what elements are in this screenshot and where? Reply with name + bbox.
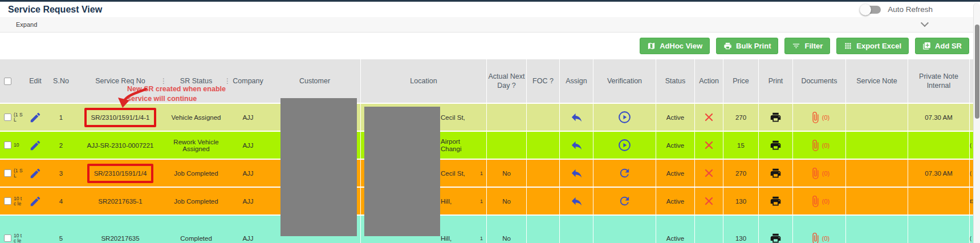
grid-icon	[844, 42, 852, 50]
cancel-x-icon[interactable]	[704, 196, 714, 206]
cell-company: AJJ	[227, 216, 269, 243]
cell-sr-status: Vehicle Assigned	[165, 104, 227, 131]
cell-actual-next-day: No	[486, 160, 526, 187]
expand-bar[interactable]: Expand	[0, 17, 980, 33]
column-menu-icon[interactable]: ⋮	[224, 77, 231, 85]
cell-price: 270	[723, 160, 758, 187]
redaction-overlay	[364, 107, 440, 236]
cancel-x-icon[interactable]	[704, 112, 714, 123]
service-req-no-value: SR20217635	[101, 235, 139, 242]
cell-edit	[24, 188, 47, 214]
export-excel-button[interactable]: Export Excel	[836, 38, 909, 54]
cell-select: (1 S L	[0, 160, 24, 187]
cell-foc	[526, 132, 559, 159]
bulk-print-button[interactable]: Bulk Print	[716, 38, 778, 54]
cell-action	[694, 188, 723, 214]
play-circle-icon[interactable]	[617, 138, 632, 152]
vertical-scrollbar[interactable]	[973, 3, 980, 243]
cell-sno: 3	[47, 160, 75, 187]
cancel-x-icon[interactable]	[704, 168, 714, 179]
cell-sno: 2	[47, 132, 75, 159]
row-checkbox[interactable]	[4, 141, 11, 149]
cell-actual-next-day: No	[486, 188, 526, 214]
cell-assign	[559, 216, 593, 243]
cell-private-note-internal	[908, 188, 969, 214]
cell-select: 10 tc le	[0, 188, 24, 214]
filter-button[interactable]: Filter	[784, 38, 830, 54]
print-icon[interactable]	[770, 232, 782, 243]
assign-reply-icon[interactable]	[570, 195, 583, 208]
header-verification: Verification	[593, 59, 656, 103]
cell-edit	[24, 216, 47, 243]
table-body: (1 S L 1 SR/2310/1591/1/4-1 Vehicle Assi…	[0, 103, 975, 243]
cell-action	[694, 104, 723, 131]
printer-icon	[723, 42, 732, 50]
row-checkbox[interactable]	[4, 197, 11, 205]
location-text: AirportChangi	[441, 138, 461, 153]
cell-service-note	[845, 188, 908, 214]
cancel-x-icon[interactable]	[704, 140, 714, 151]
edit-icon[interactable]	[29, 111, 42, 124]
assign-reply-icon[interactable]	[570, 167, 583, 180]
header-customer: Customer	[269, 59, 360, 103]
scrollbar-thumb[interactable]	[975, 25, 979, 119]
refresh-icon[interactable]	[618, 195, 631, 208]
cell-actual-next-day	[486, 104, 526, 131]
row-checkbox[interactable]	[4, 169, 11, 177]
cell-sr-status: Rework Vehicle Assigned	[165, 132, 227, 159]
auto-refresh-label: Auto Refresh	[888, 5, 933, 14]
edit-icon[interactable]	[29, 195, 42, 208]
cell-print	[758, 188, 792, 214]
service-req-no-value: SR/2310/1591/1/4	[87, 164, 154, 183]
toggle-knob[interactable]	[860, 4, 871, 15]
edit-icon[interactable]	[29, 167, 42, 180]
attachment-icon[interactable]	[809, 139, 822, 152]
print-icon[interactable]	[770, 111, 782, 123]
column-menu-icon[interactable]: ⋮	[160, 77, 167, 85]
cell-service-req-no: SR20217635-1	[75, 188, 165, 214]
select-all-checkbox[interactable]	[4, 78, 11, 85]
cell-verification	[593, 216, 656, 243]
table-row: 10 2 AJJ-SR-2310-0007221 Rework Vehicle …	[0, 131, 975, 159]
edit-icon[interactable]	[29, 139, 42, 152]
auto-refresh-toggle[interactable]	[861, 6, 881, 14]
cell-select: 10	[0, 132, 24, 159]
cell-price: 15	[723, 132, 758, 159]
cell-sr-status: Job Completed	[165, 160, 227, 187]
document-count: (0)	[822, 170, 829, 177]
header-status: Status	[656, 59, 694, 103]
toolbar: AdHoc View Bulk Print Filter Export Exce…	[0, 33, 980, 59]
add-sr-button[interactable]: Add SR	[915, 38, 969, 54]
location-text: Cecil St,	[441, 114, 465, 121]
adhoc-view-button[interactable]: AdHoc View	[640, 38, 710, 54]
cell-assign	[559, 104, 593, 131]
chevron-down-icon[interactable]	[921, 19, 929, 27]
attachment-icon[interactable]	[809, 111, 822, 124]
attachment-icon[interactable]	[809, 232, 822, 243]
attachment-icon[interactable]	[809, 195, 822, 208]
cell-sr-status: Completed	[165, 216, 227, 243]
filter-icon	[792, 42, 800, 50]
cell-private-note-internal: 07.30 AM	[908, 104, 969, 131]
row-checkbox[interactable]	[4, 234, 11, 242]
attachment-icon[interactable]	[809, 167, 822, 180]
cell-service-req-no: SR/2310/1591/1/4	[75, 160, 165, 187]
table-row: 10 tc le 4 SR20217635-1 Job Completed AJ…	[0, 187, 975, 214]
print-icon[interactable]	[770, 167, 782, 179]
expand-label: Expand	[16, 21, 37, 28]
print-icon[interactable]	[770, 195, 782, 207]
play-circle-icon[interactable]	[617, 110, 632, 124]
cell-private-note-internal	[908, 132, 969, 159]
cell-assign	[559, 188, 593, 214]
truncated-text: 10 tc le	[14, 233, 24, 243]
assign-reply-icon[interactable]	[570, 139, 583, 152]
row-checkbox[interactable]	[4, 114, 11, 121]
add-icon	[922, 42, 931, 50]
print-icon[interactable]	[770, 139, 782, 151]
refresh-icon[interactable]	[618, 167, 631, 180]
redaction-overlay	[280, 98, 357, 236]
cell-sr-status: Job Completed	[165, 188, 227, 214]
truncated-text: 10	[14, 143, 24, 148]
cell-documents: (0)	[792, 160, 845, 187]
assign-reply-icon[interactable]	[570, 111, 583, 124]
